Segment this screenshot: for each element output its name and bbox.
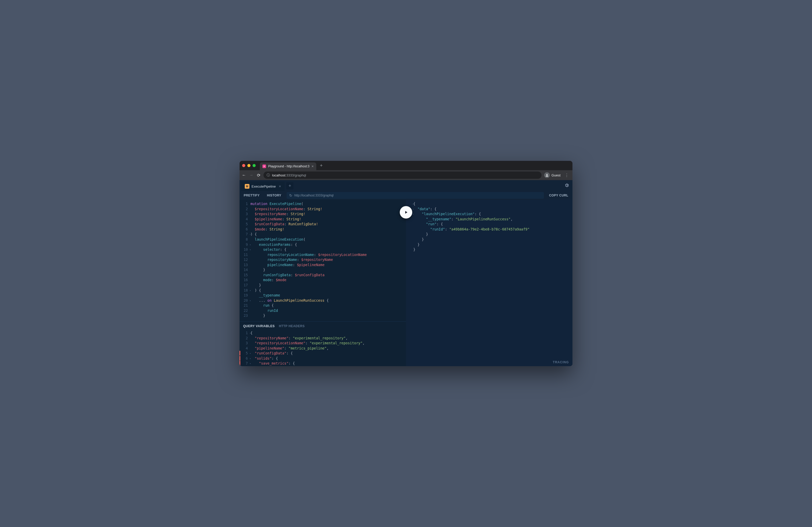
- browser-toolbar: ← → ⟳ ⓘ localhost:3333/graphql Guest ⋮: [240, 170, 572, 180]
- code-line: 5▾ "runConfigData": {: [240, 351, 406, 356]
- code-line: }: [406, 242, 572, 247]
- code-line: 17 }: [240, 283, 406, 288]
- forward-icon[interactable]: →: [249, 173, 253, 178]
- playground-tabbar: M ExecutePipeline × +: [240, 180, 572, 191]
- close-playground-tab-icon[interactable]: ×: [279, 184, 281, 189]
- history-button[interactable]: HISTORY: [263, 191, 285, 200]
- profile-label: Guest: [551, 173, 561, 177]
- window-close-button[interactable]: [242, 164, 245, 167]
- response-viewer: ▾{▾ "data": {▾ "launchPipelineExecution"…: [406, 200, 572, 366]
- reload-icon[interactable]: ⟳: [256, 173, 261, 178]
- code-line: "runId": "a49b864a-79e2-4be8-b78c-687457…: [406, 227, 572, 232]
- playground-toolbar: PRETTIFY HISTORY ↻ http://localhost:3333…: [240, 191, 572, 200]
- browser-window: ✦ Playground - http://localhost:3 × + ← …: [240, 161, 572, 366]
- close-tab-icon[interactable]: ×: [311, 164, 314, 168]
- code-line: 22 runId: [240, 308, 406, 313]
- code-line: 3 $repositoryName: String!: [240, 212, 406, 217]
- profile-chip[interactable]: Guest: [544, 172, 561, 178]
- browser-tab[interactable]: ✦ Playground - http://localhost:3 ×: [260, 162, 316, 170]
- variables-panel: QUERY VARIABLES HTTP HEADERS 1▾{2 "repos…: [240, 321, 406, 366]
- code-line: "__typename": "LaunchPipelineRunSuccess"…: [406, 217, 572, 222]
- operation-badge: M: [245, 184, 249, 189]
- code-line: 23 }: [240, 313, 406, 318]
- code-line: 7▾ "save_metrics": {: [240, 361, 406, 366]
- browser-tabbar: ✦ Playground - http://localhost:3 × +: [240, 161, 572, 170]
- browser-menu-icon[interactable]: ⋮: [563, 173, 570, 178]
- graphql-playground: M ExecutePipeline × + PRETTIFY HISTORY ↻…: [240, 180, 572, 366]
- address-bar[interactable]: ⓘ localhost:3333/graphql: [263, 171, 541, 179]
- code-line: }: [406, 232, 572, 237]
- back-icon[interactable]: ←: [242, 173, 246, 178]
- code-line: 2 "repositoryName": "experimental_reposi…: [240, 336, 406, 341]
- new-tab-button[interactable]: +: [318, 163, 324, 168]
- reload-endpoint-icon[interactable]: ↻: [289, 193, 292, 197]
- window-minimize-button[interactable]: [247, 164, 250, 167]
- code-line: 15 runConfigData: $runConfigData: [240, 273, 406, 278]
- window-maximize-button[interactable]: [252, 164, 256, 167]
- copy-curl-button[interactable]: COPY CURL: [546, 194, 572, 197]
- code-line: 19 __typename: [240, 293, 406, 298]
- code-line: 1mutation ExecutePipeline(: [240, 201, 406, 207]
- code-line: 8 launchPipelineExecution(: [240, 237, 406, 242]
- code-line: 10▾ selector: {: [240, 247, 406, 252]
- code-line: 4 "pipelineName": "metrics_pipeline",: [240, 346, 406, 351]
- settings-icon[interactable]: [564, 183, 569, 189]
- svg-point-0: [547, 174, 548, 175]
- browser-tab-title: Playground - http://localhost:3: [268, 165, 309, 168]
- code-line: 14 }: [240, 267, 406, 273]
- code-line: 9▾ executionParams: {: [240, 242, 406, 247]
- code-line: 16 mode: $mode: [240, 277, 406, 283]
- code-line: 6▾ "solids": {: [240, 356, 406, 361]
- traffic-lights: [242, 164, 256, 167]
- execute-button[interactable]: [400, 206, 412, 219]
- code-line: ▾ "data": {: [406, 207, 572, 212]
- code-line: 6 $mode: String!: [240, 227, 406, 232]
- code-line: 3 "repositoryLocationName": "experimenta…: [240, 341, 406, 346]
- query-variables-tab[interactable]: QUERY VARIABLES: [243, 324, 275, 328]
- code-line: 2 $repositoryLocationName: String!: [240, 207, 406, 212]
- code-line: }: [406, 237, 572, 242]
- workspace: DOCS SCHEMA 1mutation ExecutePipeline(2 …: [240, 200, 572, 366]
- code-line: 12 repositoryName: $repositoryName: [240, 257, 406, 262]
- favicon-icon: ✦: [262, 165, 266, 168]
- variables-panel-tabs: QUERY VARIABLES HTTP HEADERS: [240, 322, 406, 331]
- endpoint-text: http://localhost:3333/graphql: [294, 194, 334, 197]
- code-line: 21 run {: [240, 303, 406, 308]
- query-pane: 1mutation ExecutePipeline(2 $repositoryL…: [240, 200, 406, 366]
- code-line: 11 repositoryLocationName: $repositoryLo…: [240, 252, 406, 257]
- query-editor[interactable]: 1mutation ExecutePipeline(2 $repositoryL…: [240, 200, 406, 321]
- code-line: ▾ "launchPipelineExecution": {: [406, 212, 572, 217]
- avatar-icon: [544, 172, 550, 178]
- code-line: 13 pipelineName: $pipelineName: [240, 262, 406, 268]
- code-line: }: [406, 247, 572, 252]
- code-line: "run": {: [406, 222, 572, 227]
- code-line: 18▾ ) {: [240, 288, 406, 293]
- url-text: localhost:3333/graphql: [272, 173, 306, 177]
- tracing-tab[interactable]: TRACING: [553, 360, 569, 364]
- code-line: ▾{: [406, 201, 572, 207]
- code-line: 7▾) {: [240, 232, 406, 237]
- code-line: 1▾{: [240, 331, 406, 336]
- playground-tab[interactable]: M ExecutePipeline ×: [241, 182, 285, 191]
- site-info-icon[interactable]: ⓘ: [266, 173, 270, 178]
- prettify-button[interactable]: PRETTIFY: [240, 191, 263, 200]
- response-pane: ▾{▾ "data": {▾ "launchPipelineExecution"…: [406, 200, 572, 366]
- add-playground-tab-button[interactable]: +: [286, 182, 293, 190]
- playground-tab-title: ExecutePipeline: [251, 184, 276, 189]
- code-line: 20▾ ... on LaunchPipelineRunSuccess {: [240, 298, 406, 303]
- code-line: 4 $pipelineName: String!: [240, 217, 406, 222]
- code-line: 5 $runConfigData: RunConfigData!: [240, 222, 406, 227]
- http-headers-tab[interactable]: HTTP HEADERS: [279, 324, 305, 328]
- variables-editor[interactable]: 1▾{2 "repositoryName": "experimental_rep…: [240, 331, 406, 366]
- endpoint-input[interactable]: ↻ http://localhost:3333/graphql: [287, 192, 544, 199]
